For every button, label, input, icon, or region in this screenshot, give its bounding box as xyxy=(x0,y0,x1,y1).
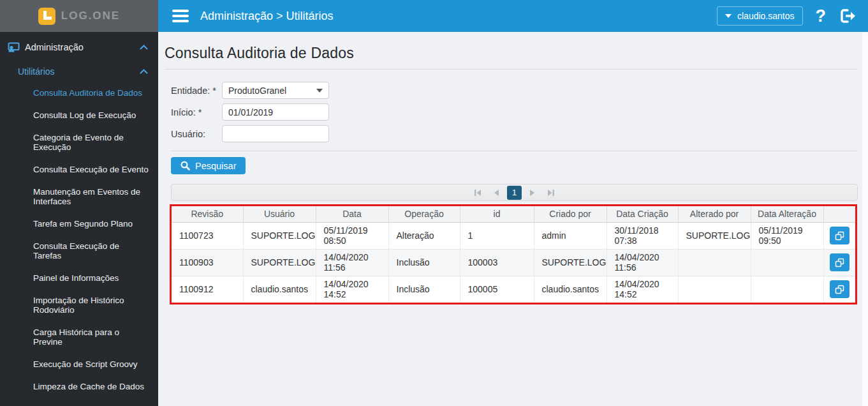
cell-revisao: 1100912 xyxy=(172,276,243,303)
usuario-input[interactable] xyxy=(222,125,329,142)
page-title: Consulta Auditoria de Dados xyxy=(165,45,858,62)
cell-data-criacao: 14/04/2020 11:56 xyxy=(607,249,678,276)
cell-criado-por: claudio.santos xyxy=(534,276,607,303)
cell-usuario: claudio.santos xyxy=(243,276,316,303)
col-header-operacao: Operação xyxy=(388,206,460,222)
help-button[interactable]: ? xyxy=(816,8,827,25)
copy-icon xyxy=(834,284,845,295)
entidade-label: Entidade: * xyxy=(171,86,222,96)
inicio-label: Início: * xyxy=(171,107,222,117)
cell-alterado-por: SUPORTE.LOGO xyxy=(678,222,751,249)
cell-operacao: Alteração xyxy=(388,222,460,249)
previous-page-icon xyxy=(492,189,500,197)
sidebar-item-tarefa-em-segundo-plano[interactable]: Tarefa em Segundo Plano xyxy=(33,219,149,229)
magnifier-icon xyxy=(180,161,190,170)
col-header-criado-por: Criado por xyxy=(534,206,607,222)
app-logo[interactable]: LOG.ONE xyxy=(0,0,158,32)
caret-down-icon xyxy=(725,14,732,21)
copy-icon xyxy=(834,257,845,268)
results-table-highlight: Revisão Usuário Data Operação id Criado … xyxy=(170,204,857,304)
cell-data: 14/04/2020 14:52 xyxy=(316,276,388,303)
cell-data: 14/04/2020 11:56 xyxy=(316,249,388,276)
cell-data-criacao: 30/11/2018 07:38 xyxy=(607,222,678,249)
sidebar-item-categoria-de-evento-de-execucao[interactable]: Categoria de Evento de Execução xyxy=(33,133,149,152)
cell-alterado-por xyxy=(678,249,751,276)
cell-data-alteracao xyxy=(751,249,823,276)
main-content: Consulta Auditoria de Dados Entidade: * … xyxy=(158,32,868,406)
breadcrumb: Administração > Utilitários xyxy=(200,10,334,23)
table-row: 1100912 claudio.santos 14/04/2020 14:52 … xyxy=(172,276,855,303)
cell-data-criacao: 14/04/2020 14:52 xyxy=(607,276,678,303)
user-menu[interactable]: claudio.santos xyxy=(717,6,803,26)
table-row: 1100723 SUPORTE.LOGO 05/11/2019 08:50 Al… xyxy=(172,222,855,249)
cell-data: 05/11/2019 08:50 xyxy=(316,222,388,249)
logout-button[interactable] xyxy=(839,7,858,25)
cell-operacao: Inclusão xyxy=(388,276,460,303)
logo-icon xyxy=(38,8,55,25)
cell-id: 100005 xyxy=(460,276,534,303)
sidebar-item-consulta-log-de-execucao[interactable]: Consulta Log de Execução xyxy=(33,110,149,120)
sidebar-item-consulta-execucao-de-evento[interactable]: Consulta Execução de Evento xyxy=(33,165,149,174)
sidebar: Administração Utilitários Consulta Audit… xyxy=(0,32,158,406)
cell-usuario: SUPORTE.LOGO xyxy=(243,249,316,276)
sidebar-section-administracao[interactable]: Administração xyxy=(0,32,158,52)
cell-criado-por: SUPORTE.LOGO xyxy=(534,249,607,276)
entidade-select[interactable]: ProdutoGranel xyxy=(222,82,329,99)
sidebar-subsection-label: Utilitários xyxy=(18,66,55,77)
current-page-button[interactable]: 1 xyxy=(507,186,522,200)
cell-id: 1 xyxy=(460,222,534,249)
pesquisar-button[interactable]: Pesquisar xyxy=(171,157,246,174)
entidade-selected-value: ProdutoGranel xyxy=(228,86,286,96)
chevron-up-icon[interactable] xyxy=(140,69,148,74)
last-page-button[interactable] xyxy=(543,186,559,199)
cell-usuario: SUPORTE.LOGO xyxy=(243,222,316,249)
sidebar-item-importacao-de-historico-rodoviario[interactable]: Importação de Histórico Rodoviário xyxy=(33,296,149,315)
logo-text: LOG.ONE xyxy=(61,10,120,22)
sidebar-item-painel-de-informacoes[interactable]: Painel de Informações xyxy=(33,273,149,283)
cell-revisao: 1100903 xyxy=(172,249,243,276)
first-page-icon xyxy=(473,189,482,197)
inicio-input[interactable] xyxy=(222,103,329,121)
sidebar-item-consulta-auditoria-de-dados[interactable]: Consulta Auditoria de Dados xyxy=(33,88,149,98)
col-header-usuario: Usuário xyxy=(243,206,316,222)
col-header-data: Data xyxy=(316,206,388,222)
cell-alterado-por xyxy=(678,276,751,303)
topbar-actions: claudio.santos ? xyxy=(717,6,868,26)
title-divider xyxy=(165,69,858,70)
copy-row-button[interactable] xyxy=(830,227,850,244)
search-form: Entidade: * ProdutoGranel Início: * Usuá… xyxy=(171,82,858,142)
first-page-button[interactable] xyxy=(470,186,485,199)
table-header-row: Revisão Usuário Data Operação id Criado … xyxy=(172,206,855,222)
top-bar: LOG.ONE Administração > Utilitários clau… xyxy=(0,0,868,32)
sidebar-item-manutencao-em-eventos-de-interfaces[interactable]: Manutenção em Eventos de Interfaces xyxy=(33,187,149,206)
col-header-data-alteracao: Data Alteração xyxy=(751,206,823,222)
sidebar-subsection-utilitarios[interactable]: Utilitários xyxy=(0,52,158,77)
cell-id: 100003 xyxy=(460,249,534,276)
next-page-icon xyxy=(529,189,536,197)
usuario-label: Usuário: xyxy=(171,129,222,139)
col-header-alterado-por: Alterado por xyxy=(678,206,751,222)
sidebar-item-consulta-execucao-de-tarefas[interactable]: Consulta Execução de Tarefas xyxy=(33,241,149,260)
copy-row-button[interactable] xyxy=(830,253,850,271)
chevron-up-icon[interactable] xyxy=(140,45,148,50)
vertical-scrollbar[interactable] xyxy=(862,32,868,406)
form-divider xyxy=(171,151,858,151)
col-header-revisao: Revisão xyxy=(172,206,243,222)
copy-row-button[interactable] xyxy=(830,280,850,298)
sidebar-section-label: Administração xyxy=(25,42,84,52)
caret-down-icon xyxy=(316,89,323,96)
menu-icon[interactable] xyxy=(172,10,189,22)
sidebar-item-carga-historica-para-o-previne[interactable]: Carga Histórica para o Previne xyxy=(33,327,149,347)
sidebar-item-limpeza-de-cache-de-dados[interactable]: Limpeza de Cache de Dados xyxy=(33,382,149,391)
pesquisar-label: Pesquisar xyxy=(195,161,236,171)
last-page-icon xyxy=(547,189,555,197)
user-name: claudio.santos xyxy=(737,11,795,21)
previous-page-button[interactable] xyxy=(489,186,504,199)
cell-operacao: Inclusão xyxy=(388,249,460,276)
sign-out-icon xyxy=(839,7,858,25)
required-asterisk: * xyxy=(212,86,216,96)
sidebar-item-execucao-de-script-groovy[interactable]: Execução de Script Groovy xyxy=(33,359,149,369)
required-asterisk: * xyxy=(198,107,202,117)
next-page-button[interactable] xyxy=(525,186,540,199)
cell-data-alteracao xyxy=(751,276,823,303)
